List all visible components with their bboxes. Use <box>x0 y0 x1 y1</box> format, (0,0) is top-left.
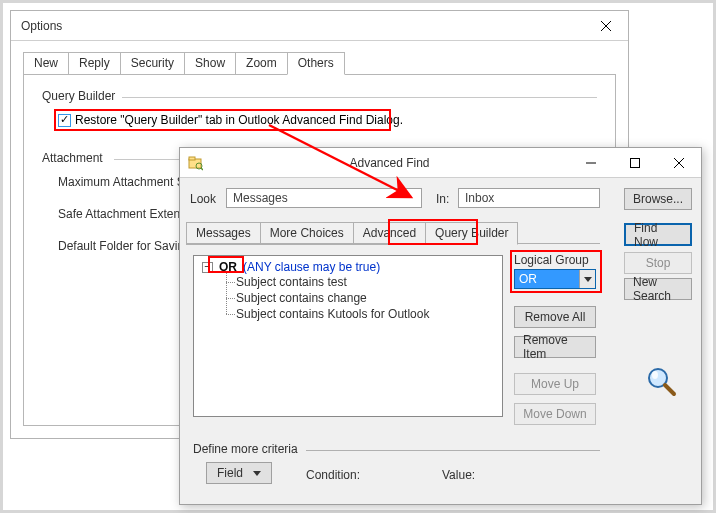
advfind-body: Look Messages In: Inbox Browse... Find N… <box>180 178 701 504</box>
magnifier-icon <box>646 366 678 401</box>
close-icon <box>601 21 611 31</box>
advfind-tabbar: Messages More Choices Advanced Query Bui… <box>186 222 517 245</box>
logical-group-value: OR <box>515 270 579 288</box>
chevron-down-icon <box>584 277 592 282</box>
options-tabbar: New Reply Security Show Zoom Others <box>23 53 344 75</box>
value-label: Value: <box>442 468 475 482</box>
tree-root-note: (ANY clause may be true) <box>243 260 380 274</box>
in-label: In: <box>436 192 449 206</box>
advfind-minimize-button[interactable] <box>569 148 613 177</box>
in-field: Inbox <box>458 188 600 208</box>
options-tab-reply[interactable]: Reply <box>68 52 121 75</box>
attachment-legend: Attachment <box>42 151 103 165</box>
options-tab-others[interactable]: Others <box>287 52 345 75</box>
options-tab-show[interactable]: Show <box>184 52 236 75</box>
svg-line-3 <box>201 168 203 170</box>
advfind-tab-advanced[interactable]: Advanced <box>353 222 426 245</box>
advfind-maximize-button[interactable] <box>613 148 657 177</box>
options-tab-security[interactable]: Security <box>120 52 185 75</box>
minimize-icon <box>586 158 596 168</box>
logical-group-select[interactable]: OR <box>514 269 596 289</box>
advfind-tab-messages[interactable]: Messages <box>186 222 261 245</box>
advfind-titlebar: Advanced Find <box>180 148 701 178</box>
stop-button: Stop <box>624 252 692 274</box>
maximize-icon <box>630 158 640 168</box>
restore-query-builder-checkbox[interactable]: ✓ <box>58 114 71 127</box>
restore-query-builder-label: Restore "Query Builder" tab in Outlook A… <box>75 113 403 127</box>
options-title: Options <box>11 19 584 33</box>
advfind-title: Advanced Find <box>210 156 569 170</box>
move-down-button: Move Down <box>514 403 596 425</box>
options-close-button[interactable] <box>584 11 628 40</box>
options-tab-zoom[interactable]: Zoom <box>235 52 288 75</box>
advfind-tab-underline <box>186 243 600 244</box>
close-icon <box>674 158 684 168</box>
checkmark-icon: ✓ <box>60 114 69 125</box>
remove-all-button[interactable]: Remove All <box>514 306 596 328</box>
look-label: Look <box>190 192 216 206</box>
chevron-down-icon <box>253 471 261 476</box>
query-builder-line <box>122 97 597 98</box>
query-builder-legend: Query Builder <box>42 89 115 103</box>
in-value: Inbox <box>465 191 494 205</box>
tree-root-op: OR <box>217 260 239 274</box>
define-more-label: Define more criteria <box>193 442 298 456</box>
advfind-close-button[interactable] <box>657 148 701 177</box>
advfind-tab-more-choices[interactable]: More Choices <box>260 222 354 245</box>
find-now-button[interactable]: Find Now <box>624 223 692 246</box>
condition-label: Condition: <box>306 468 360 482</box>
advfind-tab-query-builder[interactable]: Query Builder <box>425 222 518 245</box>
restore-query-builder-row[interactable]: ✓ Restore "Query Builder" tab in Outlook… <box>58 113 403 127</box>
logical-group-caret <box>579 270 595 288</box>
tree-child-1[interactable]: Subject contains change <box>236 290 494 306</box>
look-dropdown[interactable]: Messages <box>226 188 422 208</box>
svg-rect-5 <box>631 158 640 167</box>
browse-button[interactable]: Browse... <box>624 188 692 210</box>
field-dropdown-label: Field <box>217 466 243 480</box>
logical-group-label: Logical Group <box>514 253 589 267</box>
advfind-app-icon <box>180 155 210 171</box>
tree-root-row[interactable]: − OR (ANY clause may be true) <box>202 260 494 274</box>
tree-child-0[interactable]: Subject contains test <box>236 274 494 290</box>
svg-point-7 <box>652 371 658 379</box>
move-up-button: Move Up <box>514 373 596 395</box>
tree-child-2[interactable]: Subject contains Kutools for Outlook <box>236 306 494 322</box>
remove-item-button[interactable]: Remove Item <box>514 336 596 358</box>
options-titlebar: Options <box>11 11 628 41</box>
options-tab-new[interactable]: New <box>23 52 69 75</box>
look-value: Messages <box>233 191 288 205</box>
svg-line-8 <box>665 385 674 394</box>
svg-rect-1 <box>189 157 195 160</box>
stage: Options New Reply Security Show Zoom Oth… <box>0 0 716 513</box>
define-more-line <box>306 450 600 451</box>
advanced-find-window: Advanced Find Look Messages In: Inbox Br… <box>179 147 702 505</box>
field-dropdown[interactable]: Field <box>206 462 272 484</box>
clause-tree[interactable]: − OR (ANY clause may be true) Subject co… <box>193 255 503 417</box>
new-search-button[interactable]: New Search <box>624 278 692 300</box>
tree-expander[interactable]: − <box>202 262 213 273</box>
